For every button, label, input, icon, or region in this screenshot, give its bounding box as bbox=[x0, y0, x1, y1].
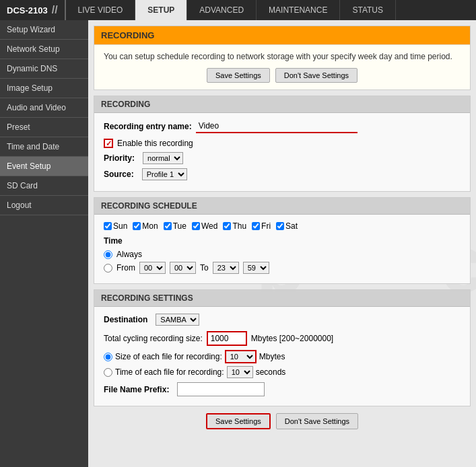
priority-row: Priority: normal high low bbox=[104, 152, 461, 164]
priority-label: Priority: bbox=[104, 153, 135, 163]
cycling-input[interactable] bbox=[207, 331, 247, 346]
checkbox-mon[interactable] bbox=[133, 222, 141, 230]
sidebar-item-audio-video[interactable]: Audio and Video bbox=[0, 98, 88, 118]
recording-form-body: Recording entry name: ✓ Enable this reco… bbox=[94, 113, 470, 191]
sidebar-item-network-setup[interactable]: Network Setup bbox=[0, 40, 88, 59]
source-select[interactable]: Profile 1 Profile 2 Profile 3 bbox=[142, 168, 187, 180]
recording-info-body: You can setup schedule recording to netw… bbox=[94, 45, 470, 89]
top-button-row: Save Settings Don't Save Settings bbox=[104, 68, 461, 83]
time-row: Time of each file for recording: 102030 … bbox=[104, 366, 461, 378]
day-fri: Fri bbox=[252, 221, 271, 231]
sidebar-item-event-setup[interactable]: Event Setup bbox=[0, 157, 88, 176]
cycling-row: Total cycling recording size: Mbytes [20… bbox=[104, 331, 461, 346]
label-sun: Sun bbox=[113, 221, 127, 231]
from-label: From bbox=[116, 263, 135, 273]
label-thu: Thu bbox=[232, 221, 246, 231]
enable-checkbox[interactable]: ✓ bbox=[104, 139, 113, 148]
tab-status[interactable]: STATUS bbox=[340, 0, 396, 20]
sidebar-item-setup-wizard[interactable]: Setup Wizard bbox=[0, 20, 88, 40]
size-radio-label: Size of each file for recording: bbox=[115, 352, 222, 361]
radio-size[interactable] bbox=[104, 353, 112, 361]
to-hour-select[interactable]: 230012 bbox=[213, 262, 239, 274]
bottom-button-row: Save Settings Don't Save Settings bbox=[88, 413, 476, 429]
sidebar-item-sd-card[interactable]: SD Card bbox=[0, 176, 88, 196]
checkbox-thu[interactable] bbox=[223, 222, 231, 230]
time-radio-label: Time of each file for recording: bbox=[115, 367, 224, 377]
from-hour-select[interactable]: 000102061218 bbox=[139, 262, 166, 274]
tab-live-video[interactable]: LIVE VIDEO bbox=[66, 0, 136, 20]
cycling-label: Total cycling recording size: bbox=[104, 334, 203, 343]
prefix-label: File Name Prefix: bbox=[104, 385, 169, 394]
top-save-button[interactable]: Save Settings bbox=[207, 68, 270, 83]
checkbox-fri[interactable] bbox=[252, 222, 260, 230]
label-tue: Tue bbox=[173, 221, 186, 231]
label-fri: Fri bbox=[261, 221, 271, 231]
always-row: Always bbox=[104, 250, 461, 259]
radio-always[interactable] bbox=[104, 250, 112, 259]
to-label: To bbox=[200, 263, 209, 273]
enable-label: Enable this recording bbox=[117, 139, 193, 148]
day-thu: Thu bbox=[223, 221, 246, 231]
recording-main-header: RECORDING bbox=[94, 26, 470, 45]
label-sat: Sat bbox=[285, 221, 298, 231]
sidebar-item-dynamic-dns[interactable]: Dynamic DNS bbox=[0, 59, 88, 79]
time-label: Time bbox=[104, 236, 461, 246]
top-bar: DCS-2103 // LIVE VIDEO SETUP ADVANCED MA… bbox=[0, 0, 476, 20]
checkbox-sat[interactable] bbox=[276, 222, 284, 230]
radio-time[interactable] bbox=[104, 368, 112, 377]
sidebar-item-time-date[interactable]: Time and Date bbox=[0, 137, 88, 157]
entry-name-label: Recording entry name: bbox=[104, 122, 192, 131]
label-mon: Mon bbox=[142, 221, 158, 231]
destination-row: Destination SAMBA NFS bbox=[104, 314, 461, 326]
source-row: Source: Profile 1 Profile 2 Profile 3 bbox=[104, 168, 461, 180]
main-layout: Setup Wizard Network Setup Dynamic DNS I… bbox=[0, 20, 476, 467]
recording-form-header: RECORDING bbox=[94, 96, 470, 113]
checkbox-sun[interactable] bbox=[104, 222, 112, 230]
entry-name-input[interactable] bbox=[196, 120, 358, 133]
content-wrapper: RECORDING You can setup schedule recordi… bbox=[88, 26, 476, 429]
priority-select[interactable]: normal high low bbox=[143, 152, 183, 164]
destination-label: Destination bbox=[104, 315, 147, 324]
content-area: p c RECORDING You can setup schedule rec… bbox=[88, 20, 476, 467]
size-unit: Mbytes bbox=[259, 352, 285, 361]
tab-maintenance[interactable]: MAINTENANCE bbox=[257, 0, 340, 20]
brand-slashes: // bbox=[52, 4, 58, 16]
sidebar-item-logout[interactable]: Logout bbox=[0, 196, 88, 215]
checkbox-wed[interactable] bbox=[192, 222, 200, 230]
day-mon: Mon bbox=[133, 221, 158, 231]
time-unit: seconds bbox=[256, 367, 286, 377]
to-min-select[interactable]: 590030 bbox=[243, 262, 269, 274]
sidebar: Setup Wizard Network Setup Dynamic DNS I… bbox=[0, 20, 88, 467]
sidebar-item-image-setup[interactable]: Image Setup bbox=[0, 79, 88, 98]
size-select[interactable]: 102050100 bbox=[225, 350, 257, 363]
checkbox-tue[interactable] bbox=[164, 222, 172, 230]
time-select[interactable]: 102030 bbox=[227, 366, 253, 378]
entry-name-row: Recording entry name: bbox=[104, 120, 461, 133]
settings-box: RECORDING SETTINGS Destination SAMBA NFS… bbox=[94, 289, 471, 406]
bottom-dont-save-button[interactable]: Don't Save Settings bbox=[276, 413, 358, 429]
brand-model: DCS-2103 bbox=[7, 5, 48, 15]
bottom-save-button[interactable]: Save Settings bbox=[206, 413, 271, 429]
always-label: Always bbox=[116, 250, 142, 259]
brand: DCS-2103 // bbox=[0, 0, 66, 20]
schedule-box: RECORDING SCHEDULE Sun Mon bbox=[94, 197, 471, 284]
from-min-select[interactable]: 00153045 bbox=[170, 262, 196, 274]
destination-select[interactable]: SAMBA NFS bbox=[156, 314, 199, 326]
nav-tabs: LIVE VIDEO SETUP ADVANCED MAINTENANCE ST… bbox=[66, 0, 396, 20]
top-dont-save-button[interactable]: Don't Save Settings bbox=[275, 68, 358, 83]
schedule-header: RECORDING SCHEDULE bbox=[94, 198, 470, 215]
tab-advanced[interactable]: ADVANCED bbox=[187, 0, 257, 20]
time-section: Time Always From 000102061218 bbox=[104, 236, 461, 274]
prefix-input[interactable] bbox=[177, 382, 265, 396]
size-row: Size of each file for recording: 1020501… bbox=[104, 350, 461, 363]
days-row: Sun Mon Tue Wed bbox=[104, 221, 461, 231]
day-tue: Tue bbox=[164, 221, 186, 231]
tab-setup[interactable]: SETUP bbox=[135, 0, 187, 20]
radio-from-to[interactable] bbox=[104, 264, 112, 273]
enable-checkbox-row: ✓ Enable this recording bbox=[104, 139, 461, 148]
cycling-unit: Mbytes [200~2000000] bbox=[251, 334, 333, 343]
schedule-body: Sun Mon Tue Wed bbox=[94, 215, 470, 283]
day-wed: Wed bbox=[192, 221, 217, 231]
settings-body: Destination SAMBA NFS Total cycling reco… bbox=[94, 307, 470, 406]
sidebar-item-preset[interactable]: Preset bbox=[0, 118, 88, 137]
